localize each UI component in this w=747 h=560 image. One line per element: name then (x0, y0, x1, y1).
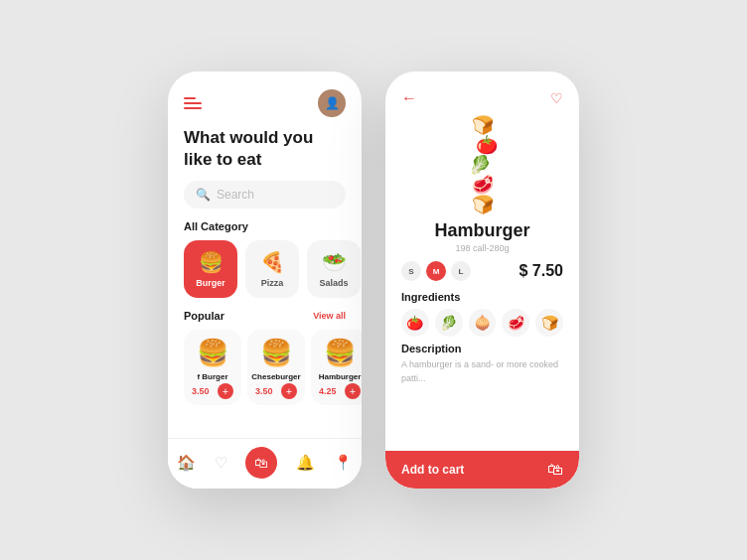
ingredient-lettuce[interactable]: 🥬 (435, 309, 463, 337)
food-price-row-0: 3.50 + (192, 383, 233, 399)
burger-patty: 🥩 (472, 176, 494, 194)
food-item-1[interactable]: 🍔 Cheseburger 3.50 + (247, 330, 305, 405)
pizza-label: Pizza (261, 278, 284, 288)
nav-home[interactable]: 🏠 (177, 454, 196, 472)
nav-notifications[interactable]: 🔔 (296, 454, 315, 472)
favorite-button[interactable]: ♡ (550, 90, 563, 106)
add-food-button-2[interactable]: + (345, 383, 361, 399)
product-subtitle: 198 call-280g (385, 243, 579, 261)
burger-lettuce: 🥬 (469, 156, 491, 174)
ingredients-title: Ingredients (401, 291, 563, 303)
food-emoji-2: 🍔 (324, 338, 356, 368)
popular-header: Popular View all (168, 310, 362, 330)
search-placeholder: Search (217, 188, 254, 202)
food-price-row-2: 4.25 + (319, 383, 361, 399)
description-section: Description A hamburger is a sand- or mo… (385, 343, 579, 435)
food-name-1: Cheseburger (251, 372, 300, 381)
ingredients-section: Ingredients 🍅 🥬 🧅 🥩 🍞 (385, 291, 579, 343)
food-emoji-0: 🍔 (197, 338, 228, 368)
category-section-label: All Category (168, 220, 362, 240)
ingredients-list: 🍅 🥬 🧅 🥩 🍞 (401, 309, 563, 337)
category-pizza[interactable]: 🍕 Pizza (245, 240, 299, 298)
food-name-0: f Burger (197, 372, 227, 381)
ingredient-meat[interactable]: 🥩 (502, 309, 529, 337)
burger-tomato: 🍅 (476, 136, 498, 154)
back-button[interactable]: ← (401, 89, 417, 107)
add-food-button-0[interactable]: + (218, 383, 233, 399)
size-s[interactable]: S (401, 261, 421, 281)
food-item-0[interactable]: 🍔 f Burger 3.50 + (184, 330, 241, 405)
category-burger[interactable]: 🍔 Burger (184, 240, 237, 298)
burger-bottom-bun: 🍞 (472, 196, 494, 213)
view-all-button[interactable]: View all (313, 311, 346, 321)
product-hero-image: 🍞 🍅 🥬 🥩 🍞 (395, 115, 569, 214)
product-name: Hamburger (385, 214, 579, 243)
ingredient-onion[interactable]: 🧅 (469, 309, 497, 337)
nav-favorites[interactable]: ♡ (215, 454, 227, 472)
avatar[interactable]: 👤 (318, 89, 346, 117)
categories-list: 🍔 Burger 🍕 Pizza 🥗 Salads (168, 240, 362, 310)
burger-label: Burger (196, 278, 225, 288)
salads-emoji: 🥗 (322, 250, 347, 274)
size-l[interactable]: L (451, 261, 471, 281)
page-title: What would youlike to eat (168, 127, 362, 181)
category-salads[interactable]: 🥗 Salads (307, 240, 361, 298)
add-to-cart-bar[interactable]: Add to cart 🛍 (385, 451, 579, 489)
bottom-nav: 🏠 ♡ 🛍 🔔 📍 (168, 438, 362, 489)
description-title: Description (401, 343, 563, 354)
search-bar[interactable]: 🔍 Search (184, 181, 346, 209)
burger-top-bun: 🍞 (472, 116, 494, 134)
right-phone-screen: ← ♡ 🍞 🍅 🥬 🥩 🍞 Hamburger 198 call-280g S … (385, 71, 579, 489)
food-price-0: 3.50 (192, 386, 210, 396)
description-text: A hamburger is a sand- or more cooked pa… (401, 358, 563, 385)
food-price-row-1: 3.50 + (255, 383, 297, 399)
right-header: ← ♡ (385, 71, 579, 115)
food-price-2: 4.25 (319, 386, 337, 396)
nav-cart[interactable]: 🛍 (245, 447, 277, 479)
food-emoji-1: 🍔 (260, 338, 292, 368)
menu-icon[interactable] (184, 97, 202, 109)
food-item-2[interactable]: 🍔 Hamburger 4.25 + (311, 330, 362, 405)
left-phone-screen: 👤 What would youlike to eat 🔍 Search All… (168, 71, 362, 489)
size-options: S M L (401, 261, 471, 281)
product-price: $ 7.50 (520, 262, 563, 280)
popular-title: Popular (184, 310, 224, 322)
add-food-button-1[interactable]: + (281, 383, 297, 399)
food-price-1: 3.50 (255, 386, 273, 396)
burger-emoji: 🍔 (199, 250, 224, 274)
search-icon: 🔍 (196, 188, 211, 202)
popular-items-list: 🍔 f Burger 3.50 + 🍔 Cheseburger 3.50 + 🍔… (168, 330, 362, 405)
size-price-row: S M L $ 7.50 (385, 261, 579, 291)
size-m[interactable]: M (426, 261, 446, 281)
pizza-emoji: 🍕 (260, 250, 285, 274)
nav-location[interactable]: 📍 (334, 454, 353, 472)
left-header: 👤 (168, 71, 362, 127)
ingredient-tomato[interactable]: 🍅 (401, 309, 429, 337)
food-name-2: Hamburger (319, 372, 362, 381)
cart-icon: 🛍 (547, 461, 563, 479)
ingredient-bread[interactable]: 🍞 (535, 309, 563, 337)
add-to-cart-label: Add to cart (401, 463, 464, 477)
salads-label: Salads (319, 278, 348, 288)
